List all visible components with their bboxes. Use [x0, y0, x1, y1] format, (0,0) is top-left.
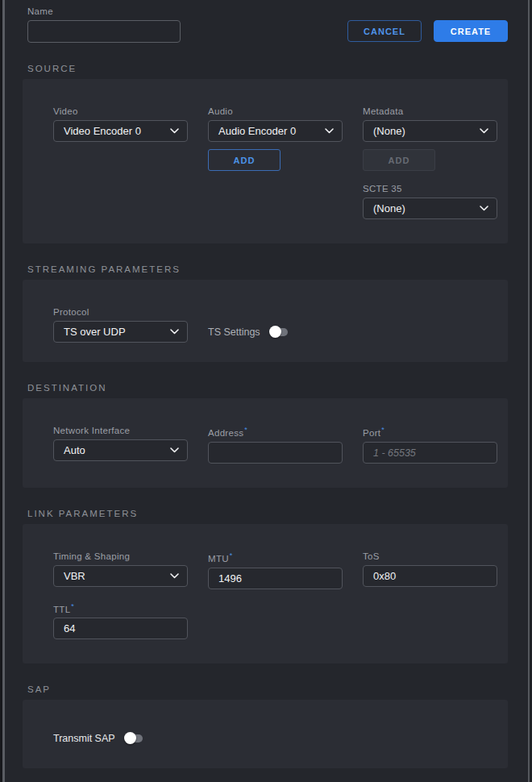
- create-output-form: Name CANCEL CREATE SOURCE Video Video En…: [0, 0, 532, 782]
- network-interface-select[interactable]: Auto: [53, 439, 188, 461]
- form-header: Name CANCEL CREATE: [23, 0, 508, 43]
- required-marker: *: [71, 602, 74, 610]
- address-input[interactable]: [208, 442, 343, 464]
- chevron-down-icon: [480, 206, 488, 211]
- chevron-down-icon: [170, 573, 179, 579]
- ts-settings-toggle[interactable]: [270, 328, 288, 336]
- chevron-down-icon: [170, 128, 179, 134]
- scte35-select[interactable]: (None): [363, 198, 497, 219]
- chevron-down-icon: [170, 329, 179, 335]
- section-link-parameters: LINK PARAMETERS Timing & Shaping VBR MTU: [23, 509, 508, 664]
- network-interface-select-value: Auto: [64, 444, 85, 456]
- timing-shaping-select[interactable]: VBR: [53, 565, 188, 587]
- audio-select[interactable]: Audio Encoder 0: [208, 120, 343, 142]
- video-select-value: Video Encoder 0: [64, 125, 141, 137]
- protocol-select-value: TS over UDP: [64, 326, 126, 338]
- section-streaming-parameters: STREAMING PARAMETERS Protocol TS over UD…: [23, 264, 508, 362]
- port-label: Port*: [363, 426, 497, 438]
- chevron-down-icon: [170, 447, 179, 453]
- name-label: Name: [27, 6, 508, 16]
- chevron-down-icon: [480, 128, 488, 134]
- transmit-sap-toggle[interactable]: [125, 734, 143, 742]
- port-input[interactable]: [363, 442, 497, 464]
- tos-input[interactable]: [363, 565, 497, 587]
- name-input[interactable]: [27, 20, 181, 43]
- audio-select-value: Audio Encoder 0: [218, 125, 296, 137]
- section-destination: DESTINATION Network Interface Auto Addre: [23, 383, 508, 488]
- destination-section-title: DESTINATION: [27, 383, 508, 393]
- ts-settings-label: TS Settings: [208, 327, 260, 338]
- chevron-down-icon: [325, 128, 334, 134]
- network-interface-label: Network Interface: [53, 426, 188, 435]
- protocol-select[interactable]: TS over UDP: [53, 321, 188, 343]
- transmit-sap-label: Transmit SAP: [53, 733, 115, 744]
- mtu-label: MTU*: [208, 551, 343, 564]
- cancel-button[interactable]: CANCEL: [347, 20, 422, 42]
- scte35-select-value: (None): [373, 202, 405, 214]
- source-section-title: SOURCE: [27, 64, 508, 73]
- required-marker: *: [244, 426, 247, 434]
- metadata-select[interactable]: (None): [363, 120, 497, 142]
- mtu-input[interactable]: [208, 568, 343, 589]
- create-button[interactable]: CREATE: [434, 20, 508, 42]
- ttl-input[interactable]: [53, 618, 188, 639]
- required-marker: *: [230, 551, 233, 559]
- section-source: SOURCE Video Video Encoder 0 Audio: [23, 64, 508, 243]
- add-metadata-button: ADD: [363, 149, 435, 171]
- audio-label: Audio: [208, 106, 343, 116]
- video-label: Video: [53, 106, 188, 116]
- address-label: Address*: [208, 426, 343, 438]
- sap-section-title: SAP: [27, 684, 508, 694]
- metadata-select-value: (None): [373, 125, 405, 137]
- required-marker: *: [381, 426, 384, 434]
- protocol-label: Protocol: [53, 307, 188, 317]
- add-audio-button[interactable]: ADD: [208, 149, 281, 171]
- toggle-knob: [124, 732, 136, 744]
- window-left-border: [2, 0, 5, 782]
- metadata-label: Metadata: [363, 106, 497, 116]
- ttl-label: TTL*: [53, 602, 188, 614]
- link-section-title: LINK PARAMETERS: [27, 509, 508, 518]
- section-sap: SAP Transmit SAP: [23, 684, 508, 768]
- scte35-label: SCTE 35: [363, 184, 497, 193]
- timing-shaping-label: Timing & Shaping: [53, 551, 188, 561]
- tos-label: ToS: [363, 551, 497, 561]
- toggle-knob: [269, 326, 281, 338]
- video-select[interactable]: Video Encoder 0: [53, 120, 188, 142]
- timing-shaping-select-value: VBR: [64, 570, 85, 582]
- streaming-section-title: STREAMING PARAMETERS: [27, 264, 508, 274]
